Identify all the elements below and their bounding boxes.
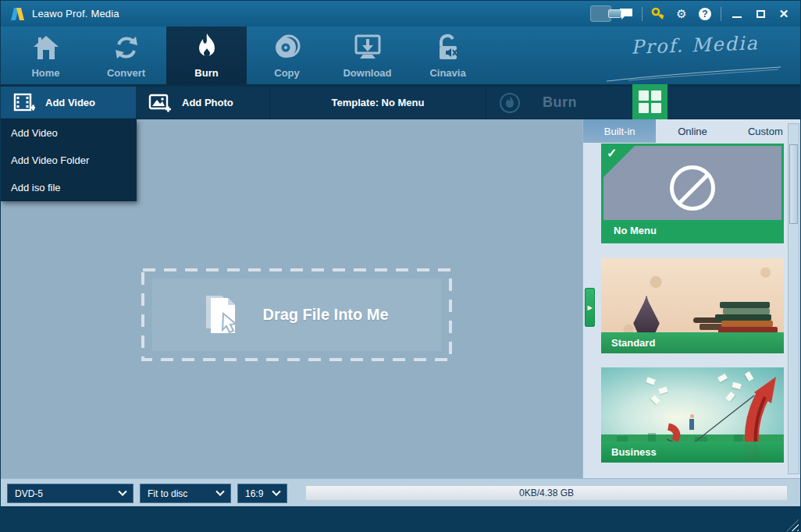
brand-script: Prof. Media <box>605 34 785 83</box>
minimize-button[interactable] <box>725 4 749 24</box>
no-menu-icon <box>670 165 715 211</box>
nav-burn-label: Burn <box>194 67 218 79</box>
bottom-bar: DVD-5 Fit to disc 16:9 0KB/4.38 GB <box>1 478 800 506</box>
burn-action-label: Burn <box>543 94 577 111</box>
nav-convert[interactable]: Convert <box>86 27 166 84</box>
app-window: Leawo Prof. Media ⚙ ? ✕ Home <box>0 0 801 532</box>
selected-check-icon: ✓ <box>603 146 635 177</box>
toolbar: Add Video Add Photo Template: No Menu Bu… <box>1 84 800 119</box>
tab-online[interactable]: Online <box>656 119 728 143</box>
template-panel: Built-in Online Custom ✓ No Menu Standar… <box>582 119 801 478</box>
template-card-business[interactable]: Business <box>601 367 784 463</box>
template-tabs: Built-in Online Custom <box>583 119 801 143</box>
panel-arrow-icon: ▶ <box>587 304 592 311</box>
download-icon <box>352 32 383 63</box>
chevron-down-icon <box>118 487 126 495</box>
convert-icon <box>111 32 142 63</box>
scrollbar-thumb[interactable] <box>789 144 798 224</box>
brand-text: Prof. Media <box>605 31 785 59</box>
nav-cinavia-label: Cinavia <box>429 67 465 79</box>
drop-hint-text: Drag File Into Me <box>262 306 388 324</box>
fit-mode-value: Fit to disc <box>148 488 187 499</box>
disc-type-select[interactable]: DVD-5 <box>7 484 134 503</box>
template-card-standard[interactable]: Standard <box>601 258 784 353</box>
template-selector[interactable]: Template: No Menu <box>270 87 486 119</box>
nav-cinavia[interactable]: Cinavia <box>408 27 488 84</box>
template-name: No Menu <box>603 220 781 241</box>
panel-collapse-tab[interactable]: ▶ <box>585 288 595 327</box>
aspect-ratio-value: 16:9 <box>245 488 263 499</box>
titlebar: Leawo Prof. Media ⚙ ? ✕ <box>1 1 800 27</box>
window-title: Leawo Prof. Media <box>32 8 119 20</box>
chevron-down-icon <box>215 487 224 495</box>
add-photo-button[interactable]: Add Photo <box>136 87 270 119</box>
help-icon[interactable]: ? <box>693 4 717 24</box>
template-name: Standard <box>601 332 784 353</box>
add-video-menu: Add Video Add Video Folder Add iso file <box>1 119 137 201</box>
menu-add-video-folder[interactable]: Add Video Folder <box>1 147 137 174</box>
add-video-button[interactable]: Add Video <box>1 87 136 119</box>
capacity-bar: 0KB/4.38 GB <box>305 485 788 501</box>
tab-built-in[interactable]: Built-in <box>583 119 656 143</box>
add-video-label: Add Video <box>45 97 95 108</box>
nav-copy-label: Copy <box>274 67 300 79</box>
main-nav: Home Convert Burn Copy Download <box>1 27 800 84</box>
nav-convert-label: Convert <box>107 67 145 79</box>
capacity-text: 0KB/4.38 GB <box>519 488 574 498</box>
cinavia-unlock-icon <box>433 32 464 63</box>
panel-scrollbar[interactable] <box>788 123 799 474</box>
nav-download-label: Download <box>343 67 391 79</box>
maximize-button[interactable] <box>749 4 772 24</box>
nav-download[interactable]: Download <box>327 27 408 84</box>
leawo-logo-icon <box>11 7 25 21</box>
disc-type-value: DVD-5 <box>15 488 43 499</box>
film-strip-icon <box>13 93 35 113</box>
settings-gear-icon[interactable]: ⚙ <box>670 4 693 24</box>
close-button[interactable]: ✕ <box>772 4 796 24</box>
register-key-icon[interactable] <box>646 4 670 24</box>
brand-swoosh <box>605 66 785 83</box>
nav-home[interactable]: Home <box>5 27 86 84</box>
aspect-ratio-select[interactable]: 16:9 <box>237 484 287 503</box>
menu-add-iso-file[interactable]: Add iso file <box>1 174 137 201</box>
chevron-down-icon <box>272 487 280 495</box>
template-label: Template: No Menu <box>332 97 425 108</box>
nav-burn[interactable]: Burn <box>166 27 247 84</box>
titlebar-divider <box>721 7 721 21</box>
resize-grip[interactable] <box>787 520 799 531</box>
nav-copy[interactable]: Copy <box>247 27 327 84</box>
photo-icon <box>148 93 172 113</box>
status-strip <box>1 506 800 532</box>
drag-file-icon <box>205 293 245 337</box>
drag-drop-zone[interactable]: Drag File Into Me <box>141 268 452 361</box>
template-card-no-menu[interactable]: ✓ No Menu <box>601 144 784 243</box>
burn-flame-icon <box>191 32 222 63</box>
grid-icon <box>639 90 661 113</box>
copy-disc-icon <box>272 32 303 63</box>
burn-action-button[interactable]: Burn <box>486 87 632 119</box>
menu-add-video[interactable]: Add Video <box>1 119 137 147</box>
promo-banner-icon[interactable] <box>590 5 611 22</box>
titlebar-divider <box>642 7 643 21</box>
fit-mode-select[interactable]: Fit to disc <box>140 484 231 503</box>
burn-dim-flame-icon <box>499 92 521 114</box>
template-name: Business <box>601 442 784 463</box>
toggle-panel-button[interactable] <box>632 84 668 119</box>
add-photo-label: Add Photo <box>182 97 233 108</box>
home-icon <box>30 32 62 63</box>
nav-home-label: Home <box>31 67 59 79</box>
